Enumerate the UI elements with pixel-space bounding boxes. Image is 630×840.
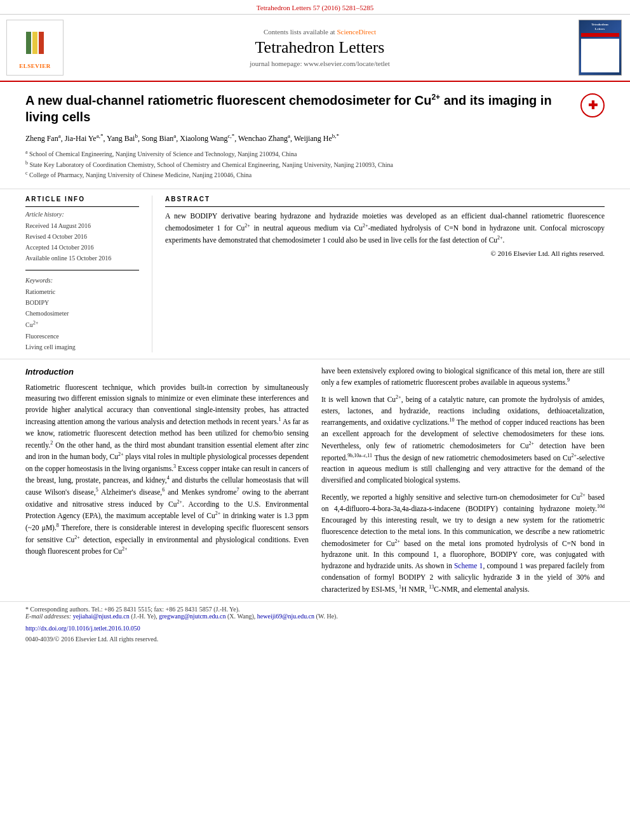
sciencedirect-info: Contents lists available at ScienceDirec… bbox=[264, 28, 376, 36]
stripe-green bbox=[26, 32, 31, 54]
citation-text: Tetrahedron Letters 57 (2016) 5281–5285 bbox=[257, 4, 373, 11]
crossmark-badge: ✚ bbox=[580, 93, 605, 117]
keyword-2: Chemodosimeter bbox=[25, 308, 139, 319]
keyword-5: Living cell imaging bbox=[25, 342, 139, 352]
divider-2 bbox=[25, 270, 139, 270]
copyright-notice: © 2016 Elsevier Ltd. All rights reserved… bbox=[165, 250, 605, 257]
keyword-3: Cu2+ bbox=[25, 319, 139, 330]
contents-prefix: Contents lists available at bbox=[264, 28, 337, 36]
journal-citation: Tetrahedron Letters 57 (2016) 5281–5285 bbox=[0, 0, 630, 15]
email-link-wang[interactable]: gregwang@njutcm.edu.cn bbox=[159, 613, 225, 620]
crossmark-icon: ✚ bbox=[588, 98, 598, 112]
article-title: A new dual-channel ratiometric fluoresce… bbox=[25, 92, 574, 125]
keyword-0: Ratiometric bbox=[25, 286, 139, 297]
body-col-left: Introduction Ratiometric fluorescent tec… bbox=[25, 366, 309, 596]
abstract-label: ABSTRACT bbox=[165, 196, 605, 203]
affiliation-a: School of Chemical Engineering, Nanjing … bbox=[29, 151, 297, 158]
article-header: A new dual-channel ratiometric fluoresce… bbox=[0, 82, 630, 189]
stripe-red bbox=[39, 32, 44, 54]
article-info-panel: ARTICLE INFO Article history: Received 1… bbox=[25, 196, 152, 352]
journal-homepage: journal homepage: www.elsevier.com/locat… bbox=[250, 60, 389, 67]
introduction-heading: Introduction bbox=[25, 366, 309, 378]
intro-para-right-2: It is well known that Cu2+, being of a c… bbox=[321, 394, 605, 486]
affiliations: a School of Chemical Engineering, Nanjin… bbox=[25, 149, 574, 180]
keywords-list: Ratiometric BODIPY Chemodosimeter Cu2+ F… bbox=[25, 286, 139, 352]
keywords-label: Keywords: bbox=[25, 277, 139, 284]
email-note: E-mail addresses: yejiahai@njust.edu.cn … bbox=[25, 613, 605, 620]
elsevier-logo-image bbox=[13, 27, 57, 62]
abstract-panel: ABSTRACT A new BODIPY derivative bearing… bbox=[152, 196, 605, 352]
stripe-yellow bbox=[32, 32, 37, 54]
journal-title: Tetrahedron Letters bbox=[255, 38, 385, 57]
copyright-footer: 0040-4039/© 2016 Elsevier Ltd. All right… bbox=[0, 634, 630, 648]
keyword-1: BODIPY bbox=[25, 297, 139, 308]
doi-link[interactable]: http://dx.doi.org/10.1016/j.tetlet.2016.… bbox=[25, 625, 140, 632]
footnotes-section: * Corresponding authors. Tel.: +86 25 84… bbox=[0, 601, 630, 622]
accepted-date: Accepted 14 October 2016 bbox=[25, 242, 139, 253]
doi-section: http://dx.doi.org/10.1016/j.tetlet.2016.… bbox=[0, 622, 630, 634]
article-title-text: A new dual-channel ratiometric fluoresce… bbox=[25, 93, 431, 107]
info-abstract-section: ARTICLE INFO Article history: Received 1… bbox=[0, 189, 630, 359]
corresponding-note: * Corresponding authors. Tel.: +86 25 84… bbox=[25, 606, 605, 613]
cover-red-bar bbox=[581, 33, 619, 37]
cover-image: TetrahedronLetters bbox=[579, 20, 622, 76]
affiliation-c: College of Pharmacy, Nanjing University … bbox=[29, 171, 251, 178]
abstract-divider bbox=[165, 206, 605, 207]
cover-title: TetrahedronLetters bbox=[591, 23, 608, 31]
online-date: Available online 15 October 2016 bbox=[25, 253, 139, 263]
abstract-text: A new BODIPY derivative bearing hydrazon… bbox=[165, 211, 605, 246]
received-date: Received 14 August 2016 bbox=[25, 220, 139, 231]
elsevier-logo: ELSEVIER bbox=[6, 20, 64, 76]
affiliation-b: State Key Laboratory of Coordination Che… bbox=[30, 161, 394, 168]
article-info-label: ARTICLE INFO bbox=[25, 196, 139, 203]
homepage-url: www.elsevier.com/locate/tetlet bbox=[304, 60, 390, 67]
intro-para-left: Ratiometric fluorescent technique, which… bbox=[25, 382, 309, 557]
authors-line: Zheng Fana, Jia-Hai Yea,*, Yang Baib, So… bbox=[25, 131, 574, 145]
body-col-right: have been extensively explored owing to … bbox=[321, 366, 605, 596]
keyword-4: Fluorescence bbox=[25, 331, 139, 342]
elsevier-stripes bbox=[26, 32, 44, 54]
revised-date: Revised 4 October 2016 bbox=[25, 231, 139, 242]
elsevier-label: ELSEVIER bbox=[19, 63, 51, 69]
email-link-he[interactable]: heweiji69@nju.edu.cn bbox=[257, 613, 314, 620]
article-dates: Received 14 August 2016 Revised 4 Octobe… bbox=[25, 220, 139, 263]
article-title-sup: 2+ bbox=[431, 93, 440, 102]
body-section: Introduction Ratiometric fluorescent tec… bbox=[0, 359, 630, 602]
cover-content-area bbox=[581, 39, 619, 72]
journal-center: Contents lists available at ScienceDirec… bbox=[70, 20, 570, 76]
intro-para-right-1: have been extensively explored owing to … bbox=[321, 366, 605, 389]
history-label: Article history: bbox=[25, 211, 139, 218]
sciencedirect-link[interactable]: ScienceDirect bbox=[337, 28, 376, 36]
homepage-prefix: journal homepage: bbox=[250, 60, 304, 67]
email-link-ye[interactable]: yejiahai@njust.edu.cn bbox=[73, 613, 130, 620]
journal-header: ELSEVIER Contents lists available at Sci… bbox=[0, 15, 630, 82]
divider bbox=[25, 206, 139, 207]
journal-cover: TetrahedronLetters bbox=[576, 20, 624, 76]
intro-para-right-3: Recently, we reported a highly sensitive… bbox=[321, 491, 605, 596]
